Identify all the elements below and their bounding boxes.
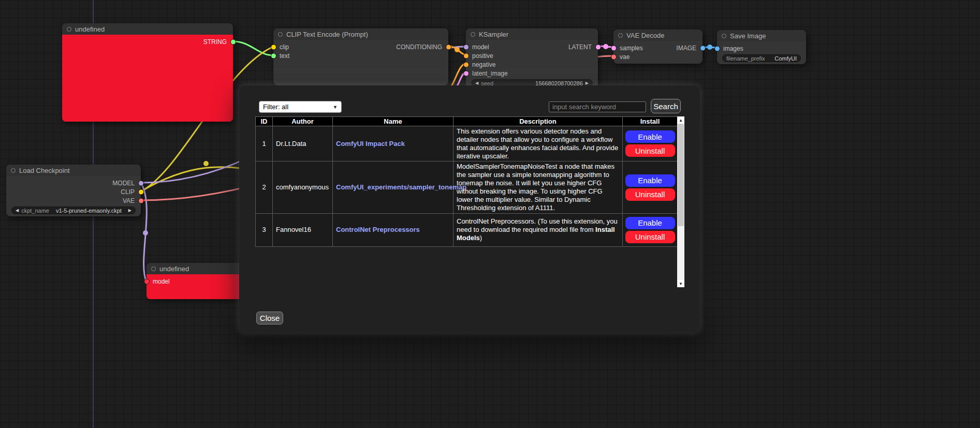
input-dot-latent-image[interactable] bbox=[464, 71, 469, 76]
input-dot-positive[interactable] bbox=[464, 53, 469, 58]
output-dot-clip[interactable] bbox=[139, 189, 143, 194]
column-header-install: Install bbox=[623, 117, 678, 126]
node-title: Load Checkpoint bbox=[19, 167, 70, 174]
ckpt-next-icon[interactable]: ▶ bbox=[128, 208, 131, 213]
output-dot-latent[interactable] bbox=[596, 45, 601, 49]
input-dot-vae[interactable] bbox=[611, 54, 616, 59]
output-dot-image[interactable] bbox=[700, 46, 705, 50]
filter-selected-value: Filter: all bbox=[263, 103, 288, 111]
input-dot-clip[interactable] bbox=[271, 45, 276, 49]
output-dot-conditioning[interactable] bbox=[446, 45, 451, 49]
collapse-node-icon[interactable] bbox=[278, 32, 283, 37]
extension-name-link[interactable]: ComfyUI_experiments/sampler_tonemap bbox=[333, 161, 454, 213]
extension-author: Dr.Lt.Data bbox=[273, 126, 333, 161]
node-undefined-model[interactable]: undefined model bbox=[147, 263, 242, 299]
collapse-node-icon[interactable] bbox=[471, 32, 475, 37]
node-title: KSampler bbox=[479, 31, 508, 38]
collapse-node-icon[interactable] bbox=[722, 34, 726, 38]
table-header-row: ID Author Name Description Install bbox=[256, 117, 678, 126]
node-header[interactable]: VAE Decode bbox=[613, 29, 703, 41]
widget-label: ckpt_name bbox=[21, 208, 49, 214]
ckpt-prev-icon[interactable]: ◀ bbox=[16, 208, 19, 213]
collapse-node-icon[interactable] bbox=[11, 168, 16, 173]
node-body: samples IMAGE vae bbox=[613, 41, 703, 61]
output-dot-string[interactable] bbox=[231, 39, 236, 44]
node-title: VAE Decode bbox=[626, 32, 664, 39]
node-load-checkpoint[interactable]: Load Checkpoint MODEL CLIP VAE ◀ ckpt_na… bbox=[6, 165, 141, 216]
collapse-node-icon[interactable] bbox=[67, 27, 71, 32]
output-dot-model[interactable] bbox=[139, 181, 143, 185]
output-dot-vae[interactable] bbox=[139, 198, 143, 203]
uninstall-button[interactable]: Uninstall bbox=[625, 188, 675, 201]
enable-button[interactable]: Enable bbox=[625, 130, 675, 143]
ckpt-name-widget[interactable]: ◀ ckpt_name v1-5-pruned-emaonly.ckpt ▶ bbox=[11, 206, 136, 214]
slot-row: model bbox=[147, 277, 242, 286]
input-dot-model[interactable] bbox=[464, 45, 469, 49]
node-header[interactable]: Load Checkpoint bbox=[6, 165, 141, 176]
node-header[interactable]: KSampler bbox=[466, 28, 598, 40]
output-label: CLIP bbox=[121, 188, 135, 196]
seed-increment-icon[interactable]: ▶ bbox=[586, 81, 589, 85]
description-text: This extension offers various detector n… bbox=[457, 127, 618, 160]
slot-row: model LATENT bbox=[466, 42, 598, 51]
input-dot-negative[interactable] bbox=[464, 62, 469, 67]
uninstall-button[interactable]: Uninstall bbox=[625, 144, 675, 157]
node-ksampler[interactable]: KSampler model LATENT positive negative … bbox=[466, 28, 598, 93]
input-label: model bbox=[472, 43, 489, 51]
scrollbar-thumb[interactable] bbox=[678, 124, 684, 226]
node-canvas[interactable]: undefined STRING CLIP Text Encode (Promp… bbox=[0, 0, 980, 428]
description-text: ControlNet Preprocessors. (To use this e… bbox=[457, 217, 618, 233]
output-label: STRING bbox=[203, 38, 227, 46]
node-body: STRING bbox=[62, 35, 233, 122]
enable-button[interactable]: Enable bbox=[625, 217, 675, 229]
node-clip-text-encode[interactable]: CLIP Text Encode (Prompt) clip CONDITION… bbox=[273, 28, 448, 85]
node-header[interactable]: undefined bbox=[62, 23, 233, 35]
node-header[interactable]: Save Image bbox=[717, 30, 806, 41]
node-vae-decode[interactable]: VAE Decode samples IMAGE vae bbox=[613, 29, 703, 64]
widget-value: v1-5-pruned-emaonly.ckpt bbox=[56, 208, 122, 214]
input-dot-text[interactable] bbox=[271, 53, 276, 58]
table-scrollbar[interactable]: ▲ ▼ bbox=[677, 116, 684, 287]
link-dot-image bbox=[707, 45, 712, 50]
extension-author: Fannovel16 bbox=[273, 213, 333, 246]
slot-row: images bbox=[717, 44, 806, 53]
slot-row: text bbox=[273, 51, 448, 60]
node-title: undefined bbox=[159, 265, 189, 273]
custom-nodes-dialog: Filter: all ▼ Search ID Author Name Desc… bbox=[239, 85, 700, 333]
node-undefined-string[interactable]: undefined STRING bbox=[62, 23, 233, 122]
close-button[interactable]: Close bbox=[256, 312, 283, 324]
node-body: model bbox=[147, 274, 242, 299]
slot-row: MODEL bbox=[6, 179, 141, 187]
extension-id: 1 bbox=[256, 126, 273, 161]
node-title: Save Image bbox=[730, 32, 766, 40]
input-dot-images[interactable] bbox=[715, 46, 720, 51]
wire-string-to-text bbox=[233, 41, 273, 55]
output-label: CONDITIONING bbox=[396, 43, 442, 51]
scroll-up-icon[interactable]: ▲ bbox=[677, 116, 684, 124]
collapse-node-icon[interactable] bbox=[618, 33, 623, 38]
search-button[interactable]: Search bbox=[651, 99, 681, 113]
column-header-author: Author bbox=[273, 117, 333, 126]
extension-name-link[interactable]: ComfyUI Impact Pack bbox=[333, 126, 454, 161]
slot-row: CLIP bbox=[6, 187, 141, 196]
filename-prefix-widget[interactable]: filename_prefix ComfyUI bbox=[722, 54, 801, 62]
input-dot-model[interactable] bbox=[144, 279, 149, 284]
extension-description: This extension offers various detector n… bbox=[454, 126, 623, 161]
widget-label: filename_prefix bbox=[726, 55, 765, 62]
node-header[interactable]: CLIP Text Encode (Prompt) bbox=[273, 28, 448, 40]
input-dot-samples[interactable] bbox=[611, 46, 616, 50]
extension-name-link[interactable]: ControlNet Preprocessors bbox=[333, 213, 454, 246]
extension-description: ModelSamplerTonemapNoiseTest a node that… bbox=[454, 161, 623, 213]
seed-decrement-icon[interactable]: ◀ bbox=[475, 81, 478, 85]
install-cell: Enable Uninstall bbox=[623, 213, 678, 246]
node-header[interactable]: undefined bbox=[147, 263, 242, 274]
enable-button[interactable]: Enable bbox=[625, 174, 675, 187]
uninstall-button[interactable]: Uninstall bbox=[625, 231, 675, 243]
node-body: clip CONDITIONING text bbox=[273, 40, 448, 60]
filter-dropdown[interactable]: Filter: all ▼ bbox=[259, 101, 342, 113]
node-save-image[interactable]: Save Image images filename_prefix ComfyU… bbox=[717, 30, 806, 64]
search-input[interactable] bbox=[549, 101, 646, 112]
install-cell: Enable Uninstall bbox=[623, 126, 678, 161]
scroll-down-icon[interactable]: ▼ bbox=[677, 280, 684, 287]
collapse-node-icon[interactable] bbox=[151, 267, 156, 271]
